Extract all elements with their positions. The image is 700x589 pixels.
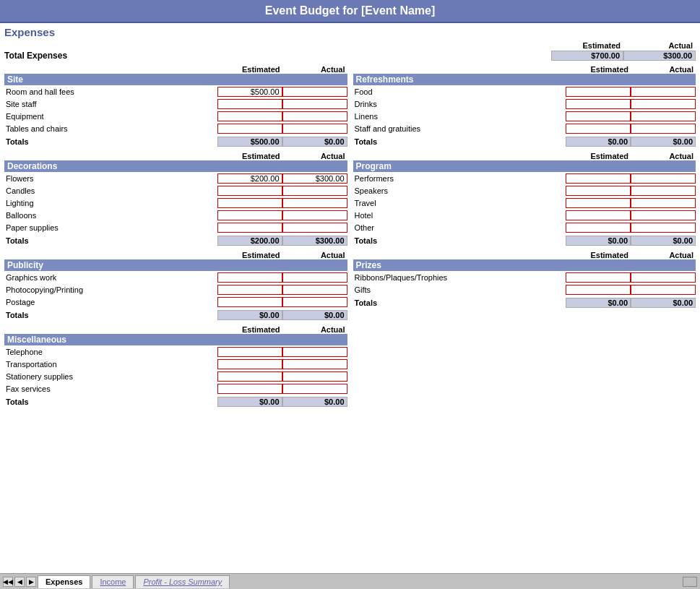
row-actual[interactable] bbox=[282, 111, 347, 121]
tab-nav-prev[interactable]: ◀ bbox=[14, 577, 25, 587]
col-headers-miscellaneous: Estimated Actual bbox=[4, 325, 347, 334]
totals-label: Totals bbox=[353, 298, 566, 307]
row-actual[interactable] bbox=[282, 384, 347, 394]
row-estimated[interactable] bbox=[566, 124, 631, 134]
totals-row-refreshments: Totals$0.00$0.00 bbox=[353, 135, 696, 147]
section-program: Estimated Actual ProgramPerformersSpeake… bbox=[353, 152, 696, 246]
totals-row-site: Totals$500.00$0.00 bbox=[4, 135, 347, 147]
row-label: Photocopying/Printing bbox=[4, 285, 217, 294]
row-estimated[interactable] bbox=[566, 87, 631, 97]
row-actual[interactable] bbox=[282, 186, 347, 196]
scrollbar[interactable] bbox=[683, 577, 697, 587]
section-title-publicity: Publicity bbox=[4, 259, 347, 271]
totals-actual: $0.00 bbox=[631, 298, 696, 308]
row-label: Gifts bbox=[353, 285, 566, 294]
row-estimated[interactable] bbox=[566, 111, 631, 121]
row-estimated[interactable]: $200.00 bbox=[217, 173, 282, 184]
data-row: Flowers$200.00$300.00 bbox=[4, 172, 347, 184]
data-row: Other bbox=[353, 221, 696, 233]
row-estimated[interactable] bbox=[217, 297, 282, 307]
tab-profit-loss[interactable]: Profit - Loss Summary bbox=[135, 575, 230, 588]
col-label-spacer bbox=[4, 65, 217, 74]
col-label-spacer bbox=[353, 152, 566, 160]
row-actual[interactable] bbox=[631, 111, 696, 121]
row-actual[interactable] bbox=[282, 99, 347, 109]
row-actual[interactable] bbox=[282, 223, 347, 233]
data-row: Postage bbox=[4, 296, 347, 308]
row-actual[interactable] bbox=[631, 285, 696, 295]
col-label-spacer bbox=[4, 152, 217, 160]
row-actual[interactable] bbox=[631, 99, 696, 109]
section-title-miscellaneous: Miscellaneous bbox=[4, 334, 347, 345]
total-expenses-band: Total Expenses $700.00 $300.00 bbox=[4, 51, 696, 61]
row-estimated[interactable] bbox=[566, 285, 631, 295]
totals-estimated: $200.00 bbox=[217, 236, 282, 246]
row-estimated[interactable] bbox=[217, 210, 282, 220]
totals-actual: $0.00 bbox=[631, 137, 696, 147]
row-label: Other bbox=[353, 223, 566, 232]
row-estimated[interactable] bbox=[566, 99, 631, 109]
row-actual[interactable] bbox=[631, 198, 696, 208]
row-actual[interactable] bbox=[631, 186, 696, 196]
row-estimated[interactable] bbox=[217, 384, 282, 394]
row-estimated[interactable] bbox=[217, 186, 282, 196]
row-estimated[interactable] bbox=[566, 272, 631, 283]
row-estimated[interactable] bbox=[566, 198, 631, 208]
row-estimated[interactable]: $500.00 bbox=[217, 87, 282, 97]
totals-label: Totals bbox=[4, 311, 217, 319]
row-estimated[interactable] bbox=[217, 223, 282, 233]
totals-actual: $300.00 bbox=[282, 236, 347, 246]
tab-expenses[interactable]: Expenses bbox=[38, 575, 90, 588]
row-actual[interactable] bbox=[282, 371, 347, 382]
row-actual[interactable] bbox=[282, 87, 347, 97]
col-label-spacer bbox=[353, 65, 566, 74]
row-estimated[interactable] bbox=[566, 186, 631, 196]
row-estimated[interactable] bbox=[217, 347, 282, 357]
data-row: Linens bbox=[353, 110, 696, 122]
row-actual[interactable] bbox=[282, 198, 347, 208]
main-content: Expenses Estimated Actual Total Expenses… bbox=[0, 23, 700, 573]
row-estimated[interactable] bbox=[217, 359, 282, 369]
row-estimated[interactable] bbox=[566, 210, 631, 220]
row-actual[interactable] bbox=[631, 272, 696, 283]
estimated-header: Estimated bbox=[217, 251, 282, 259]
tab-income[interactable]: Income bbox=[92, 575, 134, 588]
tab-nav-next[interactable]: ▶ bbox=[26, 577, 36, 587]
row-actual[interactable]: $300.00 bbox=[282, 173, 347, 184]
row-estimated[interactable] bbox=[217, 111, 282, 121]
row-actual[interactable] bbox=[631, 87, 696, 97]
row-label: Tables and chairs bbox=[4, 124, 217, 133]
row-label: Graphics work bbox=[4, 273, 217, 282]
row-actual[interactable] bbox=[631, 173, 696, 184]
totals-estimated: $0.00 bbox=[566, 236, 631, 246]
row-actual[interactable] bbox=[282, 285, 347, 295]
estimated-header: Estimated bbox=[217, 325, 282, 334]
row-estimated[interactable] bbox=[217, 371, 282, 382]
row-label: Candles bbox=[4, 186, 217, 195]
row-actual[interactable] bbox=[282, 347, 347, 357]
row-label: Ribbons/Plaques/Trophies bbox=[353, 273, 566, 282]
row-label: Stationery supplies bbox=[4, 372, 217, 381]
row-actual[interactable] bbox=[282, 272, 347, 283]
col-headers-decorations: Estimated Actual bbox=[4, 152, 347, 160]
row-actual[interactable] bbox=[282, 297, 347, 307]
row-estimated[interactable] bbox=[217, 272, 282, 283]
row-estimated[interactable] bbox=[566, 223, 631, 233]
row-actual[interactable] bbox=[282, 359, 347, 369]
totals-label: Totals bbox=[353, 236, 566, 245]
row-estimated[interactable] bbox=[217, 198, 282, 208]
col-label-spacer bbox=[4, 325, 217, 334]
row-actual[interactable] bbox=[631, 124, 696, 134]
row-estimated[interactable] bbox=[217, 124, 282, 134]
row-estimated[interactable] bbox=[217, 99, 282, 109]
row-estimated[interactable] bbox=[566, 173, 631, 184]
totals-estimated: $500.00 bbox=[217, 137, 282, 147]
tab-nav-first[interactable]: ◀◀ bbox=[3, 577, 13, 587]
actual-header: Actual bbox=[631, 251, 696, 259]
row-actual[interactable] bbox=[282, 210, 347, 220]
row-actual[interactable] bbox=[631, 210, 696, 220]
row-estimated[interactable] bbox=[217, 285, 282, 295]
row-actual[interactable] bbox=[282, 124, 347, 134]
row-actual[interactable] bbox=[631, 223, 696, 233]
row-label: Transportation bbox=[4, 360, 217, 369]
